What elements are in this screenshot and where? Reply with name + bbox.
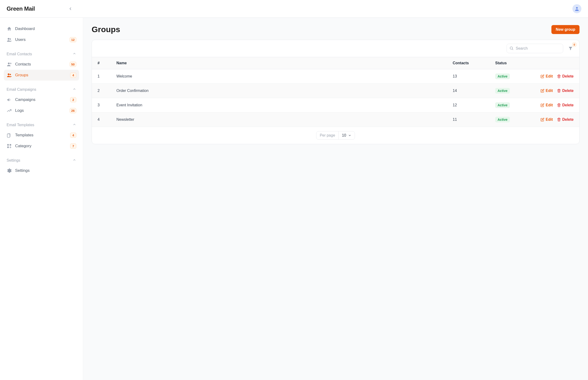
cell-actions: EditDelete xyxy=(527,69,579,84)
svg-rect-8 xyxy=(7,144,9,146)
sidebar-item-contacts[interactable]: Contacts50 xyxy=(4,59,79,70)
sidebar-badge: 12 xyxy=(70,37,76,42)
chevron-left-icon xyxy=(68,7,72,11)
sidebar-item-campaigns[interactable]: Campaigns2 xyxy=(4,94,79,105)
edit-label: Edit xyxy=(546,74,553,78)
topbar: Green Mail xyxy=(0,0,588,18)
cell-num: 1 xyxy=(92,69,111,84)
edit-icon xyxy=(540,89,544,93)
status-badge: Active xyxy=(495,88,510,94)
delete-label: Delete xyxy=(562,103,574,107)
main-content: Groups New group 0 xyxy=(83,18,588,380)
edit-icon xyxy=(540,118,544,121)
groups-table: # Name Contacts Status 1Welcome13ActiveE… xyxy=(92,57,579,127)
cell-num: 2 xyxy=(92,84,111,98)
sidebar-badge: 7 xyxy=(70,143,76,149)
per-page-select[interactable]: 10 xyxy=(339,131,355,139)
sidebar-badge: 26 xyxy=(70,108,76,113)
groups-card: 0 # Name Contacts Status 1Welcome13Activ… xyxy=(92,40,580,144)
table-row: 4Newsletter11ActiveEditDelete xyxy=(92,113,579,127)
sidebar-item-label: Templates xyxy=(15,133,33,137)
cell-name: Newsletter xyxy=(111,113,447,127)
page-title: Groups xyxy=(92,25,120,34)
sidebar-section-title: Settings xyxy=(7,158,20,163)
cell-actions: EditDelete xyxy=(527,84,579,98)
edit-button[interactable]: Edit xyxy=(540,117,553,122)
cell-num: 4 xyxy=(92,113,111,127)
sidebar-item-dashboard[interactable]: Dashboard xyxy=(4,23,79,34)
user-icon xyxy=(574,6,580,11)
per-page-value: 10 xyxy=(342,133,346,137)
status-badge: Active xyxy=(495,102,510,108)
cell-status: Active xyxy=(490,113,527,127)
users-icon xyxy=(7,37,12,42)
status-badge: Active xyxy=(495,74,510,79)
svg-point-3 xyxy=(8,63,10,64)
sidebar-section-header[interactable]: Settings xyxy=(4,152,79,165)
chevron-up-icon xyxy=(72,158,76,163)
edit-label: Edit xyxy=(546,103,553,107)
filter-count-badge: 0 xyxy=(572,42,576,47)
delete-label: Delete xyxy=(562,74,574,78)
svg-rect-7 xyxy=(7,134,10,137)
sidebar-section-title: Email Contacts xyxy=(7,52,32,56)
table-row: 3Event Invitation12ActiveEditDelete xyxy=(92,98,579,113)
cell-contacts: 13 xyxy=(447,69,490,84)
search-input-wrap xyxy=(507,44,563,53)
delete-button[interactable]: Delete xyxy=(557,117,574,122)
delete-button[interactable]: Delete xyxy=(557,74,574,78)
delete-button[interactable]: Delete xyxy=(557,103,574,107)
avatar[interactable] xyxy=(572,4,581,13)
sidebar-badge: 2 xyxy=(70,97,76,102)
per-page-label: Per page xyxy=(316,131,339,139)
status-badge: Active xyxy=(495,117,510,122)
filter-button[interactable]: 0 xyxy=(567,44,574,53)
edit-button[interactable]: Edit xyxy=(540,89,553,93)
gear-icon xyxy=(7,168,12,173)
sidebar-item-label: Logs xyxy=(15,108,24,113)
edit-button[interactable]: Edit xyxy=(540,74,553,78)
col-header-name: Name xyxy=(111,57,447,69)
sidebar-section-header[interactable]: Email Contacts xyxy=(4,45,79,59)
users-icon xyxy=(7,73,12,78)
cell-status: Active xyxy=(490,69,527,84)
delete-button[interactable]: Delete xyxy=(557,89,574,93)
trash-icon xyxy=(557,89,561,93)
svg-point-2 xyxy=(10,38,11,40)
cell-contacts: 11 xyxy=(447,113,490,127)
delete-label: Delete xyxy=(562,117,574,122)
edit-icon xyxy=(540,75,544,78)
sidebar-section-title: Email Templates xyxy=(7,123,34,127)
search-input[interactable] xyxy=(507,44,563,53)
table-row: 1Welcome13ActiveEditDelete xyxy=(92,69,579,84)
cell-contacts: 12 xyxy=(447,98,490,113)
col-header-actions xyxy=(527,57,579,69)
template-icon xyxy=(7,133,12,138)
sidebar-section-header[interactable]: Email Templates xyxy=(4,116,79,130)
sidebar-item-groups[interactable]: Groups4 xyxy=(4,70,79,81)
sidebar-item-logs[interactable]: Logs26 xyxy=(4,105,79,116)
sidebar-item-category[interactable]: Category7 xyxy=(4,141,79,152)
sidebar-section-header[interactable]: Email Campaigns xyxy=(4,81,79,94)
edit-button[interactable]: Edit xyxy=(540,103,553,107)
grid-plus-icon xyxy=(7,143,12,149)
user-plus-icon xyxy=(7,62,12,67)
sidebar-item-label: Users xyxy=(15,37,25,42)
new-group-button[interactable]: New group xyxy=(552,25,580,34)
svg-point-4 xyxy=(8,74,9,75)
chevron-up-icon xyxy=(72,87,76,92)
search-icon xyxy=(509,46,514,51)
edit-label: Edit xyxy=(546,117,553,122)
sidebar-section-title: Email Campaigns xyxy=(7,87,36,92)
trash-icon xyxy=(557,118,561,121)
chevron-up-icon xyxy=(72,123,76,127)
collapse-sidebar-button[interactable] xyxy=(68,6,73,11)
sidebar-item-label: Groups xyxy=(15,73,28,77)
edit-label: Edit xyxy=(546,89,553,93)
cell-name: Welcome xyxy=(111,69,447,84)
sidebar-item-templates[interactable]: Templates4 xyxy=(4,130,79,141)
chevron-down-icon xyxy=(348,134,351,137)
cell-status: Active xyxy=(490,98,527,113)
sidebar-item-settings[interactable]: Settings xyxy=(4,165,79,176)
sidebar-item-users[interactable]: Users12 xyxy=(4,34,79,45)
